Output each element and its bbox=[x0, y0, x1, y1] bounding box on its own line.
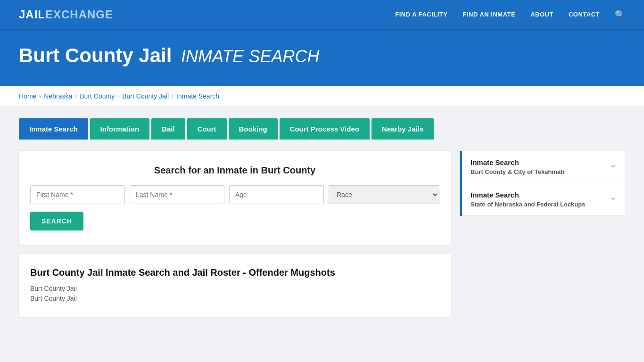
search-card: Search for an Inmate in Burt County Race… bbox=[19, 151, 451, 245]
breadcrumb-burt-county-jail[interactable]: Burt County Jail bbox=[122, 92, 169, 100]
info-card-title: Burt County Jail Inmate Search and Jail … bbox=[30, 267, 439, 278]
tab-information[interactable]: Information bbox=[90, 118, 150, 140]
tab-nearby-jails[interactable]: Nearby Jails bbox=[372, 118, 434, 140]
sidebar-item-2-text: Inmate Search State of Nebraska and Fede… bbox=[471, 191, 585, 208]
race-select[interactable]: Race White Black Hispanic Asian Other bbox=[329, 185, 439, 204]
tab-court-process-video[interactable]: Court Process Video bbox=[280, 118, 370, 140]
search-fields: Race White Black Hispanic Asian Other bbox=[30, 185, 439, 204]
hero-section: Burt County Jail INMATE SEARCH bbox=[0, 30, 644, 86]
first-name-input[interactable] bbox=[30, 185, 125, 204]
sidebar-item-2[interactable]: Inmate Search State of Nebraska and Fede… bbox=[462, 183, 625, 216]
last-name-input[interactable] bbox=[130, 185, 224, 204]
nav-contact[interactable]: CONTACT bbox=[569, 11, 600, 18]
breadcrumb-sep-1: › bbox=[39, 93, 41, 99]
breadcrumb-bar: Home › Nebraska › Burt County › Burt Cou… bbox=[0, 86, 644, 107]
chevron-down-icon-1: ⌄ bbox=[610, 159, 617, 170]
tab-inmate-search[interactable]: Inmate Search bbox=[19, 118, 88, 140]
search-button[interactable]: SEARCH bbox=[30, 212, 83, 230]
tabs-bar: Inmate Search Information Bail Court Boo… bbox=[0, 107, 644, 140]
header-search-button[interactable]: 🔍 bbox=[615, 9, 625, 20]
logo-jail: JAIL bbox=[19, 8, 45, 21]
hero-title-main: Burt County Jail bbox=[19, 44, 172, 66]
info-line-1: Burt County Jail bbox=[30, 284, 439, 294]
search-card-title: Search for an Inmate in Burt County bbox=[30, 165, 439, 176]
tab-booking[interactable]: Booking bbox=[229, 118, 278, 140]
nav-find-facility[interactable]: FIND A FACILITY bbox=[395, 11, 447, 18]
info-line-2: Burt County Jail bbox=[30, 294, 439, 304]
breadcrumb-sep-2: › bbox=[75, 93, 77, 99]
main-header: JAILEXCHANGE FIND A FACILITY FIND AN INM… bbox=[0, 0, 644, 30]
logo-exchange: EXCHANGE bbox=[45, 8, 113, 21]
left-column: Search for an Inmate in Burt County Race… bbox=[19, 151, 451, 317]
breadcrumb-home[interactable]: Home bbox=[19, 92, 36, 100]
right-sidebar: Inmate Search Burt County & City of Teka… bbox=[460, 151, 625, 216]
main-content: Search for an Inmate in Burt County Race… bbox=[0, 140, 644, 328]
sidebar-item-1-text: Inmate Search Burt County & City of Teka… bbox=[471, 158, 564, 175]
breadcrumb-nebraska[interactable]: Nebraska bbox=[44, 92, 72, 100]
tab-court[interactable]: Court bbox=[187, 118, 227, 140]
nav-find-inmate[interactable]: FIND AN INMATE bbox=[462, 11, 515, 18]
breadcrumb: Home › Nebraska › Burt County › Burt Cou… bbox=[19, 92, 625, 100]
logo[interactable]: JAILEXCHANGE bbox=[19, 8, 113, 21]
tab-bail[interactable]: Bail bbox=[151, 118, 185, 140]
main-nav: FIND A FACILITY FIND AN INMATE ABOUT CON… bbox=[395, 9, 625, 20]
sidebar-item-1[interactable]: Inmate Search Burt County & City of Teka… bbox=[462, 151, 625, 183]
breadcrumb-sep-3: › bbox=[117, 93, 119, 99]
chevron-down-icon-2: ⌄ bbox=[610, 192, 617, 202]
nav-about[interactable]: ABOUT bbox=[530, 11, 553, 18]
page-title: Burt County Jail INMATE SEARCH bbox=[19, 44, 625, 67]
age-input[interactable] bbox=[229, 185, 324, 204]
breadcrumb-current: Inmate Search bbox=[176, 92, 219, 100]
breadcrumb-sep-4: › bbox=[172, 93, 173, 99]
sidebar-item-1-title: Inmate Search bbox=[471, 158, 564, 166]
info-card: Burt County Jail Inmate Search and Jail … bbox=[19, 254, 451, 317]
sidebar-item-2-subtitle: State of Nebraska and Federal Lockups bbox=[471, 201, 585, 208]
sidebar-item-1-subtitle: Burt County & City of Tekahmah bbox=[471, 168, 564, 175]
sidebar-item-2-title: Inmate Search bbox=[471, 191, 585, 199]
hero-title-italic: INMATE SEARCH bbox=[181, 47, 319, 66]
breadcrumb-burt-county[interactable]: Burt County bbox=[80, 92, 115, 100]
